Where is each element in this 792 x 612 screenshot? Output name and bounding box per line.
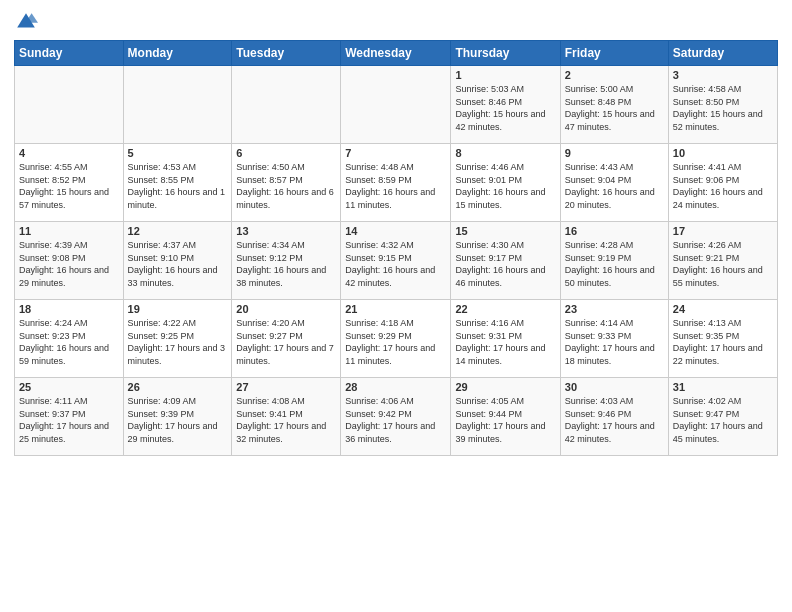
cell-sunrise-info: Sunrise: 4:03 AMSunset: 9:46 PMDaylight:… — [565, 396, 655, 444]
calendar-table: SundayMondayTuesdayWednesdayThursdayFrid… — [14, 40, 778, 456]
calendar-cell: 16 Sunrise: 4:28 AMSunset: 9:19 PMDaylig… — [560, 222, 668, 300]
cell-sunrise-info: Sunrise: 4:48 AMSunset: 8:59 PMDaylight:… — [345, 162, 435, 210]
cell-sunrise-info: Sunrise: 4:18 AMSunset: 9:29 PMDaylight:… — [345, 318, 435, 366]
calendar-cell: 31 Sunrise: 4:02 AMSunset: 9:47 PMDaylig… — [668, 378, 777, 456]
calendar-cell: 28 Sunrise: 4:06 AMSunset: 9:42 PMDaylig… — [341, 378, 451, 456]
day-number: 17 — [673, 225, 773, 237]
weekday-header-sunday: Sunday — [15, 41, 124, 66]
cell-sunrise-info: Sunrise: 4:14 AMSunset: 9:33 PMDaylight:… — [565, 318, 655, 366]
day-number: 31 — [673, 381, 773, 393]
cell-sunrise-info: Sunrise: 4:28 AMSunset: 9:19 PMDaylight:… — [565, 240, 655, 288]
calendar-cell — [232, 66, 341, 144]
cell-sunrise-info: Sunrise: 4:55 AMSunset: 8:52 PMDaylight:… — [19, 162, 109, 210]
cell-sunrise-info: Sunrise: 4:41 AMSunset: 9:06 PMDaylight:… — [673, 162, 763, 210]
day-number: 18 — [19, 303, 119, 315]
calendar-week-5: 25 Sunrise: 4:11 AMSunset: 9:37 PMDaylig… — [15, 378, 778, 456]
calendar-cell — [341, 66, 451, 144]
day-number: 22 — [455, 303, 555, 315]
logo — [14, 10, 42, 34]
calendar-cell — [15, 66, 124, 144]
day-number: 8 — [455, 147, 555, 159]
cell-sunrise-info: Sunrise: 4:09 AMSunset: 9:39 PMDaylight:… — [128, 396, 218, 444]
day-number: 27 — [236, 381, 336, 393]
cell-sunrise-info: Sunrise: 4:37 AMSunset: 9:10 PMDaylight:… — [128, 240, 218, 288]
cell-sunrise-info: Sunrise: 4:20 AMSunset: 9:27 PMDaylight:… — [236, 318, 334, 366]
weekday-header-tuesday: Tuesday — [232, 41, 341, 66]
day-number: 24 — [673, 303, 773, 315]
calendar-week-4: 18 Sunrise: 4:24 AMSunset: 9:23 PMDaylig… — [15, 300, 778, 378]
cell-sunrise-info: Sunrise: 4:53 AMSunset: 8:55 PMDaylight:… — [128, 162, 226, 210]
calendar-week-3: 11 Sunrise: 4:39 AMSunset: 9:08 PMDaylig… — [15, 222, 778, 300]
day-number: 14 — [345, 225, 446, 237]
calendar-cell: 15 Sunrise: 4:30 AMSunset: 9:17 PMDaylig… — [451, 222, 560, 300]
day-number: 11 — [19, 225, 119, 237]
calendar-cell: 14 Sunrise: 4:32 AMSunset: 9:15 PMDaylig… — [341, 222, 451, 300]
calendar-cell: 27 Sunrise: 4:08 AMSunset: 9:41 PMDaylig… — [232, 378, 341, 456]
cell-sunrise-info: Sunrise: 5:03 AMSunset: 8:46 PMDaylight:… — [455, 84, 545, 132]
calendar-cell: 30 Sunrise: 4:03 AMSunset: 9:46 PMDaylig… — [560, 378, 668, 456]
calendar-cell: 17 Sunrise: 4:26 AMSunset: 9:21 PMDaylig… — [668, 222, 777, 300]
day-number: 12 — [128, 225, 228, 237]
day-number: 21 — [345, 303, 446, 315]
day-number: 9 — [565, 147, 664, 159]
calendar-cell: 10 Sunrise: 4:41 AMSunset: 9:06 PMDaylig… — [668, 144, 777, 222]
cell-sunrise-info: Sunrise: 4:34 AMSunset: 9:12 PMDaylight:… — [236, 240, 326, 288]
weekday-header-thursday: Thursday — [451, 41, 560, 66]
day-number: 4 — [19, 147, 119, 159]
calendar-cell: 7 Sunrise: 4:48 AMSunset: 8:59 PMDayligh… — [341, 144, 451, 222]
day-number: 30 — [565, 381, 664, 393]
cell-sunrise-info: Sunrise: 4:08 AMSunset: 9:41 PMDaylight:… — [236, 396, 326, 444]
calendar-cell: 23 Sunrise: 4:14 AMSunset: 9:33 PMDaylig… — [560, 300, 668, 378]
day-number: 2 — [565, 69, 664, 81]
calendar-cell: 2 Sunrise: 5:00 AMSunset: 8:48 PMDayligh… — [560, 66, 668, 144]
calendar-cell: 6 Sunrise: 4:50 AMSunset: 8:57 PMDayligh… — [232, 144, 341, 222]
cell-sunrise-info: Sunrise: 4:39 AMSunset: 9:08 PMDaylight:… — [19, 240, 109, 288]
cell-sunrise-info: Sunrise: 4:02 AMSunset: 9:47 PMDaylight:… — [673, 396, 763, 444]
cell-sunrise-info: Sunrise: 5:00 AMSunset: 8:48 PMDaylight:… — [565, 84, 655, 132]
calendar-header-row: SundayMondayTuesdayWednesdayThursdayFrid… — [15, 41, 778, 66]
day-number: 13 — [236, 225, 336, 237]
logo-icon — [14, 10, 38, 34]
day-number: 29 — [455, 381, 555, 393]
cell-sunrise-info: Sunrise: 4:22 AMSunset: 9:25 PMDaylight:… — [128, 318, 226, 366]
day-number: 16 — [565, 225, 664, 237]
day-number: 10 — [673, 147, 773, 159]
calendar-cell: 25 Sunrise: 4:11 AMSunset: 9:37 PMDaylig… — [15, 378, 124, 456]
cell-sunrise-info: Sunrise: 4:06 AMSunset: 9:42 PMDaylight:… — [345, 396, 435, 444]
calendar-cell: 18 Sunrise: 4:24 AMSunset: 9:23 PMDaylig… — [15, 300, 124, 378]
cell-sunrise-info: Sunrise: 4:16 AMSunset: 9:31 PMDaylight:… — [455, 318, 545, 366]
weekday-header-friday: Friday — [560, 41, 668, 66]
page: SundayMondayTuesdayWednesdayThursdayFrid… — [0, 0, 792, 612]
weekday-header-saturday: Saturday — [668, 41, 777, 66]
cell-sunrise-info: Sunrise: 4:24 AMSunset: 9:23 PMDaylight:… — [19, 318, 109, 366]
calendar-cell: 11 Sunrise: 4:39 AMSunset: 9:08 PMDaylig… — [15, 222, 124, 300]
calendar-week-1: 1 Sunrise: 5:03 AMSunset: 8:46 PMDayligh… — [15, 66, 778, 144]
cell-sunrise-info: Sunrise: 4:32 AMSunset: 9:15 PMDaylight:… — [345, 240, 435, 288]
weekday-header-wednesday: Wednesday — [341, 41, 451, 66]
cell-sunrise-info: Sunrise: 4:43 AMSunset: 9:04 PMDaylight:… — [565, 162, 655, 210]
day-number: 7 — [345, 147, 446, 159]
day-number: 23 — [565, 303, 664, 315]
calendar-cell: 8 Sunrise: 4:46 AMSunset: 9:01 PMDayligh… — [451, 144, 560, 222]
header — [14, 10, 778, 34]
cell-sunrise-info: Sunrise: 4:11 AMSunset: 9:37 PMDaylight:… — [19, 396, 109, 444]
calendar-cell: 12 Sunrise: 4:37 AMSunset: 9:10 PMDaylig… — [123, 222, 232, 300]
day-number: 26 — [128, 381, 228, 393]
calendar-cell: 3 Sunrise: 4:58 AMSunset: 8:50 PMDayligh… — [668, 66, 777, 144]
calendar-cell: 4 Sunrise: 4:55 AMSunset: 8:52 PMDayligh… — [15, 144, 124, 222]
day-number: 1 — [455, 69, 555, 81]
calendar-cell: 5 Sunrise: 4:53 AMSunset: 8:55 PMDayligh… — [123, 144, 232, 222]
day-number: 6 — [236, 147, 336, 159]
cell-sunrise-info: Sunrise: 4:13 AMSunset: 9:35 PMDaylight:… — [673, 318, 763, 366]
cell-sunrise-info: Sunrise: 4:26 AMSunset: 9:21 PMDaylight:… — [673, 240, 763, 288]
calendar-cell: 24 Sunrise: 4:13 AMSunset: 9:35 PMDaylig… — [668, 300, 777, 378]
calendar-cell: 22 Sunrise: 4:16 AMSunset: 9:31 PMDaylig… — [451, 300, 560, 378]
calendar-cell: 20 Sunrise: 4:20 AMSunset: 9:27 PMDaylig… — [232, 300, 341, 378]
cell-sunrise-info: Sunrise: 4:50 AMSunset: 8:57 PMDaylight:… — [236, 162, 334, 210]
day-number: 5 — [128, 147, 228, 159]
calendar-cell: 26 Sunrise: 4:09 AMSunset: 9:39 PMDaylig… — [123, 378, 232, 456]
calendar-cell: 21 Sunrise: 4:18 AMSunset: 9:29 PMDaylig… — [341, 300, 451, 378]
calendar-cell: 19 Sunrise: 4:22 AMSunset: 9:25 PMDaylig… — [123, 300, 232, 378]
day-number: 25 — [19, 381, 119, 393]
day-number: 15 — [455, 225, 555, 237]
